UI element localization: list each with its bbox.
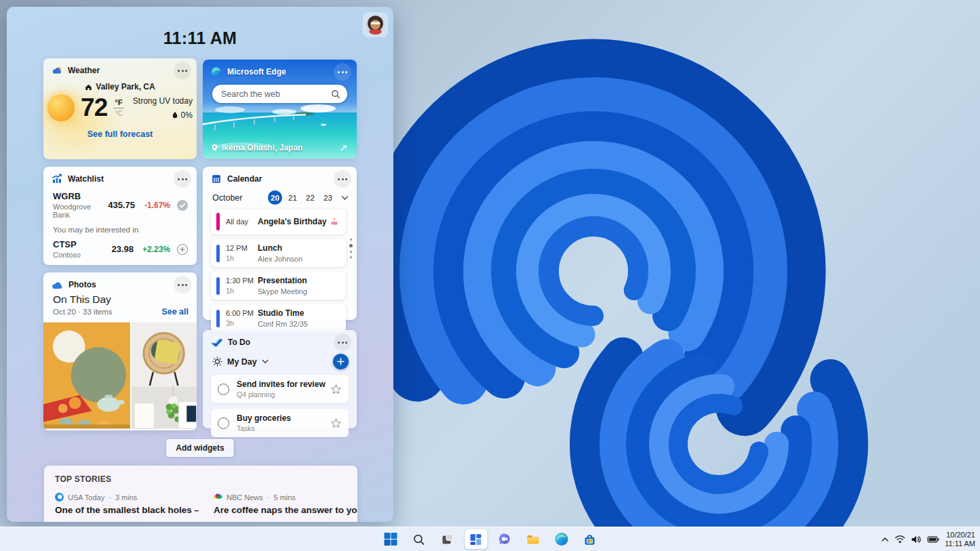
task-row[interactable]: Buy groceries Tasks bbox=[211, 409, 349, 437]
edge-search-bar bbox=[212, 85, 347, 103]
calendar-date-20[interactable]: 20 bbox=[268, 190, 282, 205]
droplet-icon bbox=[172, 111, 178, 119]
calendar-date-22[interactable]: 22 bbox=[303, 190, 317, 205]
widget-title: Weather bbox=[68, 66, 100, 75]
volume-status[interactable] bbox=[911, 535, 922, 544]
add-widgets-button[interactable]: Add widgets bbox=[166, 439, 233, 457]
unit-toggle: °F °C bbox=[113, 98, 124, 117]
watchlist-added-button[interactable] bbox=[176, 199, 189, 211]
file-explorer-button[interactable] bbox=[522, 529, 544, 549]
event-start: 1:30 PM bbox=[226, 277, 258, 285]
news-item[interactable]: NBC News · 5 mins Are coffee naps the an… bbox=[214, 493, 357, 515]
task-view-button[interactable] bbox=[436, 529, 458, 549]
task-star-button[interactable] bbox=[330, 417, 342, 429]
tray-chevron-up[interactable] bbox=[881, 536, 889, 543]
more-options-button[interactable] bbox=[174, 276, 191, 293]
event-subtitle: Conf Rm 32/35 bbox=[258, 320, 308, 328]
start-button[interactable] bbox=[379, 529, 401, 549]
unit-celsius[interactable]: °C bbox=[115, 108, 122, 117]
search-button[interactable] bbox=[408, 529, 430, 549]
chat-button[interactable] bbox=[493, 529, 515, 549]
stock-price: 435.75 bbox=[108, 200, 135, 210]
event-start: 6:00 PM bbox=[226, 309, 258, 317]
event-title: Lunch bbox=[258, 243, 302, 253]
more-options-button[interactable] bbox=[334, 63, 351, 81]
panel-clock: 11:11 AM bbox=[7, 28, 393, 48]
calendar-event[interactable]: 1:30 PM 1h Presentation Skype Meeting bbox=[211, 272, 346, 300]
photo-thumbnail-still-life[interactable] bbox=[43, 322, 130, 429]
news-item[interactable]: USA Today · 3 mins One of the smallest b… bbox=[55, 493, 199, 515]
task-body: Send invites for review Q4 planning bbox=[237, 380, 326, 399]
stock-row[interactable]: WGRB Woodgrove Bank 435.75 -1.67% bbox=[43, 186, 197, 219]
calendar-expand-chevron[interactable] bbox=[341, 195, 349, 201]
check-circle-icon bbox=[176, 199, 189, 211]
calendar-event[interactable]: All day Angela's Birthday bbox=[211, 209, 346, 234]
photo-strip bbox=[43, 322, 197, 429]
calendar-widget: Calendar October 20 21 22 23 bbox=[203, 167, 357, 320]
event-subtitle: Alex Johnson bbox=[258, 255, 302, 263]
myday-row: My Day bbox=[203, 349, 357, 369]
event-time: 6:00 PM 3h bbox=[226, 309, 258, 327]
more-options-button[interactable] bbox=[174, 170, 191, 188]
task-checkbox[interactable] bbox=[218, 417, 229, 429]
unit-fahrenheit[interactable]: °F bbox=[113, 98, 124, 108]
stock-change: -1.67% bbox=[135, 201, 170, 210]
watchlist-add-button[interactable] bbox=[176, 243, 189, 256]
stock-row[interactable]: CTSP Contoso 23.98 +2.23% bbox=[43, 234, 197, 259]
see-all-link[interactable]: See all bbox=[161, 307, 189, 317]
edge-browser-button[interactable] bbox=[550, 529, 572, 549]
plus-circle-icon bbox=[176, 243, 189, 256]
calendar-header: Calendar bbox=[203, 167, 357, 186]
calendar-events: All day Angela's Birthday bbox=[203, 208, 357, 332]
widget-title: Calendar bbox=[227, 174, 262, 184]
widget-title: To Do bbox=[228, 338, 250, 347]
calendar-event[interactable]: 12 PM 1h Lunch Alex Johnson bbox=[211, 239, 346, 267]
photo-thumbnail-chair[interactable] bbox=[132, 322, 197, 429]
desktop: 11:11 AM Weather bbox=[0, 0, 980, 551]
expand-icon[interactable] bbox=[339, 144, 348, 152]
user-avatar[interactable] bbox=[363, 12, 388, 37]
search-icon[interactable] bbox=[331, 89, 340, 99]
task-checkbox[interactable] bbox=[218, 384, 229, 395]
calendar-date-21[interactable]: 21 bbox=[286, 190, 300, 205]
plus-icon bbox=[337, 358, 345, 365]
stock-change: +2.23% bbox=[134, 245, 170, 254]
widget-title: Microsoft Edge bbox=[227, 67, 286, 77]
widgets-button[interactable] bbox=[465, 529, 487, 549]
watchlist-widget: Watchlist WGRB Woodgrove Bank 435.75 -1.… bbox=[43, 167, 197, 265]
task-row[interactable]: Send invites for review Q4 planning bbox=[211, 375, 349, 403]
event-duration: 1h bbox=[226, 287, 258, 295]
meta-separator: · bbox=[267, 493, 270, 502]
location-pin-icon bbox=[211, 144, 218, 152]
event-title: Angela's Birthday bbox=[258, 217, 327, 226]
calendar-event[interactable]: 6:00 PM 3h Studio Time Conf Rm 32/35 bbox=[211, 304, 346, 332]
sun-icon bbox=[212, 356, 222, 367]
task-list-name: Q4 planning bbox=[237, 390, 326, 399]
weather-location-row[interactable]: Valley Park, CA bbox=[43, 82, 197, 91]
top-stories-panel: TOP STORIES USA Today · 3 mins One of th… bbox=[44, 466, 357, 522]
events-scrollbar[interactable] bbox=[349, 239, 353, 258]
event-color-pill bbox=[216, 245, 220, 262]
weather-widget: Weather Valley Park, CA 72 °F °C Strong … bbox=[43, 58, 197, 159]
myday-chevron[interactable] bbox=[262, 359, 269, 364]
widget-title: Photos bbox=[68, 280, 96, 289]
stock-company: Contoso bbox=[53, 251, 81, 259]
wifi-status[interactable] bbox=[895, 535, 905, 544]
calendar-date-23[interactable]: 23 bbox=[321, 190, 335, 205]
taskbar-clock[interactable]: 10/20/21 11:11 AM bbox=[945, 531, 975, 548]
edge-footer: Ikema Ohashi, Japan bbox=[211, 143, 348, 152]
usa-today-icon bbox=[55, 493, 64, 502]
more-options-button[interactable] bbox=[334, 333, 351, 351]
search-input[interactable] bbox=[221, 89, 331, 99]
more-options-button[interactable] bbox=[174, 62, 191, 79]
more-options-button[interactable] bbox=[334, 170, 351, 188]
see-full-forecast-link[interactable]: See full forecast bbox=[43, 129, 197, 139]
edge-widget: Microsoft Edge Ikema Ohashi, Japan bbox=[203, 60, 357, 159]
add-task-button[interactable] bbox=[333, 354, 349, 369]
task-title: Send invites for review bbox=[237, 380, 326, 389]
stock-company: Woodgrove Bank bbox=[53, 203, 108, 219]
microsoft-store-button[interactable] bbox=[579, 529, 601, 549]
battery-status[interactable] bbox=[927, 535, 939, 544]
task-star-button[interactable] bbox=[330, 384, 342, 395]
news-source: USA Today bbox=[68, 493, 104, 502]
